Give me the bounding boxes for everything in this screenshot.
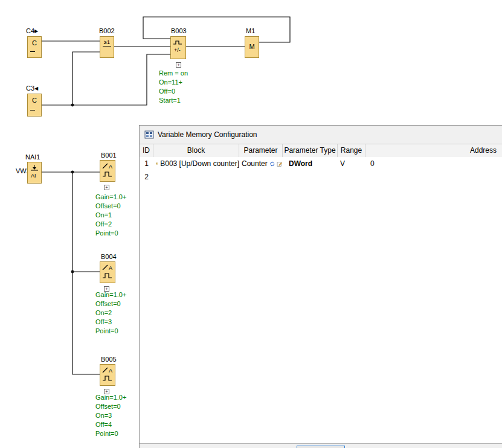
cell-id: 2	[140, 170, 153, 184]
column-header-block[interactable]: Block	[153, 144, 239, 157]
param-line: On=2	[95, 309, 126, 318]
analog-threshold-symbol-icon: A	[101, 162, 114, 180]
block-mini-icon	[156, 160, 158, 167]
param-line: On=3	[95, 411, 126, 420]
block-label-c3: C3◀	[26, 85, 38, 92]
wires-analog-chain	[42, 172, 100, 374]
cell-parameter-text: Counter	[242, 157, 268, 170]
block-b001-analog-threshold[interactable]: A	[100, 160, 115, 182]
cell-block-text: B003 [Up/Down counter]	[160, 157, 239, 170]
cell-parameter	[239, 170, 283, 184]
block-c4-pin-dash	[30, 51, 35, 52]
block-label-c4: C4▶	[26, 27, 38, 34]
cell-parameter-type: DWord	[283, 157, 338, 170]
param-line: Off=3	[95, 318, 126, 327]
column-header-parameter-type[interactable]: Parameter Type	[283, 144, 338, 157]
b001-parameters: Gain=1.0+ Offset=0 On=1 Off=2 Point=0	[95, 193, 126, 238]
or-gate-symbol: ≥1	[103, 39, 111, 46]
analog-threshold-symbol-icon: A	[101, 366, 114, 384]
param-line: Offset=0	[95, 299, 126, 309]
svg-text:A: A	[109, 265, 112, 271]
cell-block: B003 [Up/Down counter]	[153, 157, 239, 170]
cursor-left-icon: ◀	[34, 86, 38, 91]
table-row-1[interactable]: 1 B003 [Up/Down counter] Counter	[140, 157, 502, 170]
param-line: On=1	[95, 211, 126, 220]
block-b002-or-gate[interactable]: ≥1	[100, 36, 114, 58]
svg-text:+/-: +/-	[174, 47, 181, 53]
junction-dot	[71, 104, 74, 107]
param-line: Gain=1.0+	[95, 193, 126, 202]
block-label-b002: B002	[99, 27, 115, 34]
junction-dot	[71, 270, 74, 274]
block-nai1-analog-input[interactable]: AI	[27, 162, 42, 184]
counter-symbol-icon: +/-	[172, 38, 184, 56]
param-line: Gain=1.0+	[95, 393, 126, 402]
block-m1-flag[interactable]: M	[245, 36, 259, 58]
b004-parameters: Gain=1.0+ Offset=0 On=2 Off=3 Point=0	[95, 290, 126, 336]
cell-block	[153, 170, 239, 184]
b003-expand-button[interactable]: +	[176, 62, 181, 68]
column-header-parameter[interactable]: Parameter	[239, 144, 283, 157]
flag-symbol: M	[245, 43, 259, 50]
block-c3-pin-dash	[30, 110, 35, 110]
fbd-editor-canvas: C4▶ C B002 ≥1 B003 +/- + Rem = on On=11+…	[0, 0, 502, 448]
block-label-b005: B005	[101, 356, 117, 363]
block-c4-symbol: C	[28, 39, 41, 46]
block-b005-analog-threshold[interactable]: A	[100, 364, 115, 386]
param-line: Start=1	[159, 96, 188, 105]
param-line: Offset=0	[95, 202, 126, 211]
block-b003-updown-counter[interactable]: +/-	[170, 36, 186, 59]
analog-input-symbol-icon: AI	[28, 164, 40, 181]
svg-text:AI: AI	[31, 173, 36, 179]
cell-id: 1	[140, 157, 153, 170]
param-line: Off=4	[95, 420, 126, 429]
edit-pencil-icon[interactable]	[277, 160, 283, 168]
param-line: Off=2	[95, 220, 126, 229]
cell-range	[338, 170, 365, 184]
block-c3-symbol: C	[28, 97, 41, 104]
param-line: Rem = on	[159, 69, 188, 78]
block-label-m1: M1	[246, 27, 255, 34]
memory-grid-icon	[144, 130, 154, 139]
param-line: Off=0	[159, 87, 188, 96]
b003-parameters: Rem = on On=11+ Off=0 Start=1	[159, 69, 188, 105]
refresh-icon[interactable]	[269, 160, 275, 168]
param-line: Point=0	[95, 229, 126, 238]
param-line: Point=0	[95, 327, 126, 336]
column-header-id[interactable]: ID	[140, 144, 153, 157]
table-row-2[interactable]: 2	[140, 170, 502, 184]
cell-range: V	[338, 157, 365, 170]
block-c4-cursor-input[interactable]: C	[27, 36, 42, 58]
analog-threshold-symbol-icon: A	[101, 263, 114, 281]
svg-text:A: A	[109, 368, 112, 374]
block-label-nai1: NAI1	[25, 153, 40, 161]
cursor-right-icon: ▶	[34, 28, 38, 34]
param-line: Offset=0	[95, 402, 126, 411]
dialog-titlebar[interactable]: Variable Memory Configuration	[140, 126, 502, 144]
block-c3-cursor-input[interactable]: C	[27, 94, 42, 117]
b005-parameters: Gain=1.0+ Offset=0 On=3 Off=4 Point=0	[95, 393, 126, 438]
cell-address[interactable]: 0	[365, 157, 502, 170]
dialog-footer	[140, 443, 502, 448]
b001-expand-button[interactable]: +	[104, 185, 109, 190]
column-header-range[interactable]: Range	[338, 144, 365, 157]
block-label-b004: B004	[101, 253, 117, 260]
column-header-address[interactable]: Address	[365, 144, 502, 157]
variable-memory-dialog: Variable Memory Configuration ID Block P…	[139, 125, 502, 448]
dialog-title: Variable Memory Configuration	[158, 130, 257, 139]
cell-parameter-type	[283, 170, 338, 184]
block-label-b003: B003	[171, 27, 187, 34]
param-line: On=11+	[159, 78, 188, 87]
svg-text:A: A	[109, 164, 112, 170]
junction-dot	[71, 171, 74, 174]
block-label-b001: B001	[101, 152, 117, 159]
param-line: Point=0	[95, 429, 126, 438]
param-line: Gain=1.0+	[95, 290, 126, 299]
ok-button[interactable]	[297, 446, 345, 448]
block-b004-analog-threshold[interactable]: A	[100, 261, 115, 283]
table-header-row: ID Block Parameter Parameter Type Range …	[140, 144, 502, 158]
cell-address	[365, 170, 502, 184]
cell-parameter: Counter	[239, 157, 283, 170]
